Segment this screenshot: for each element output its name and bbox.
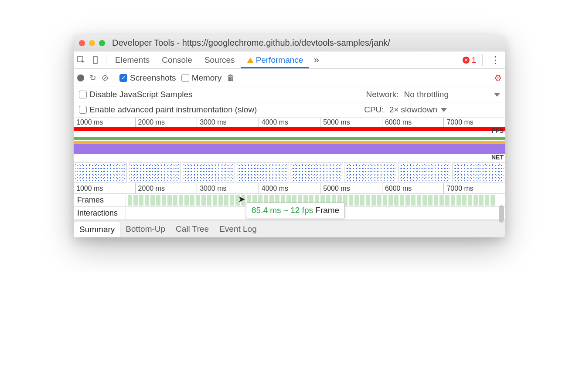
frame-bar[interactable] (241, 195, 245, 206)
frame-bar[interactable] (462, 195, 467, 206)
tab-bottom-up[interactable]: Bottom-Up (120, 222, 170, 237)
frame-bar[interactable] (490, 195, 495, 206)
frame-bar[interactable] (128, 195, 132, 206)
frame-bar[interactable] (405, 195, 410, 206)
frame-bar[interactable] (207, 195, 211, 206)
frame-bar[interactable] (445, 195, 450, 206)
minimize-icon[interactable] (89, 40, 95, 46)
frame-bar[interactable] (196, 195, 200, 206)
frame-bar[interactable] (485, 195, 489, 206)
network-dropdown[interactable]: No throttling (404, 90, 449, 99)
scrollbar-thumb[interactable] (499, 205, 504, 223)
frame-bar[interactable] (411, 195, 416, 206)
tab-sources[interactable]: Sources (198, 51, 241, 68)
frame-bar[interactable] (428, 195, 433, 206)
thumbnail[interactable] (290, 162, 343, 182)
device-icon[interactable] (89, 56, 103, 64)
timeline-overview[interactable]: 1000 ms 2000 ms 3000 ms 4000 ms 5000 ms … (74, 118, 505, 183)
screenshots-toggle[interactable]: ✓ Screenshots (119, 73, 176, 83)
thumbnail[interactable] (236, 162, 289, 182)
kebab-menu-icon[interactable]: ⋮ (485, 54, 505, 66)
frame-bar[interactable] (349, 195, 353, 206)
error-count[interactable]: ✕ 1 (463, 55, 476, 65)
detail-ruler[interactable]: 1000 ms 2000 ms 3000 ms 4000 ms 5000 ms … (74, 183, 505, 194)
record-button[interactable] (77, 74, 84, 81)
frame-bar[interactable] (162, 195, 166, 206)
ruler-tick: 3000 ms (197, 118, 259, 127)
frame-bar[interactable] (133, 195, 138, 206)
frame-bar[interactable] (184, 195, 189, 206)
frame-bar[interactable] (439, 195, 444, 206)
frame-bar[interactable] (456, 195, 461, 206)
tab-call-tree[interactable]: Call Tree (170, 222, 214, 237)
reload-button[interactable]: ↻ (89, 73, 96, 83)
thumbnail[interactable] (344, 162, 397, 182)
detail-timeline[interactable]: 1000 ms 2000 ms 3000 ms 4000 ms 5000 ms … (74, 183, 505, 220)
frame-bar[interactable] (179, 195, 183, 206)
frame-tooltip: 85.4 ms ~ 12 fps Frame (246, 203, 345, 218)
thumbnail[interactable] (182, 162, 235, 182)
frame-bar[interactable] (479, 195, 484, 206)
frame-bar[interactable] (218, 195, 223, 206)
frame-bar[interactable] (366, 195, 370, 206)
tab-elements[interactable]: Elements (109, 51, 156, 68)
frame-bar[interactable] (224, 195, 228, 206)
inspect-icon[interactable] (74, 56, 89, 64)
frame-bar[interactable] (173, 195, 177, 206)
disable-js-toggle[interactable]: Disable JavaScript Samples (79, 90, 193, 99)
cpu-value: 2× slowdown (389, 105, 437, 115)
frame-bar[interactable] (213, 195, 217, 206)
clear-button[interactable]: ⊘ (102, 73, 109, 83)
thumbnail[interactable] (74, 162, 127, 182)
detail-tabs: Summary Bottom-Up Call Tree Event Log (74, 220, 505, 237)
perf-toolbar: ↻ ⊘ ✓ Screenshots Memory 🗑 ⚙ (74, 69, 505, 87)
frame-bar[interactable] (150, 195, 155, 206)
divider (106, 54, 106, 66)
frame-bar[interactable] (400, 195, 404, 206)
chevron-down-icon[interactable] (494, 93, 500, 97)
frame-bar[interactable] (468, 195, 472, 206)
frame-bar[interactable] (473, 195, 478, 206)
thumbnail[interactable] (452, 162, 505, 182)
frame-bar[interactable] (145, 195, 149, 206)
frame-bar[interactable] (190, 195, 194, 206)
frame-bar[interactable] (156, 195, 160, 206)
frame-bar[interactable] (201, 195, 206, 206)
tab-console[interactable]: Console (156, 51, 198, 68)
close-icon[interactable] (79, 40, 85, 46)
frame-bar[interactable] (422, 195, 427, 206)
frame-bar[interactable] (451, 195, 455, 206)
error-number: 1 (471, 55, 476, 65)
frame-bar[interactable] (417, 195, 421, 206)
cpu-dropdown[interactable]: 2× slowdown (389, 105, 447, 115)
panel-tabs: Elements Console Sources Performance » ✕… (74, 51, 505, 69)
frame-bar[interactable] (354, 195, 359, 206)
frame-bar[interactable] (371, 195, 376, 206)
frame-bar[interactable] (139, 195, 143, 206)
tab-performance[interactable]: Performance (241, 51, 310, 68)
frame-bar[interactable] (360, 195, 364, 206)
frame-bar[interactable] (230, 195, 234, 206)
trash-icon[interactable]: 🗑 (227, 73, 235, 83)
frame-bar[interactable] (383, 195, 387, 206)
frame-bar[interactable] (388, 195, 393, 206)
thumbnail[interactable] (398, 162, 451, 182)
tab-summary[interactable]: Summary (74, 222, 120, 237)
frame-bar[interactable] (394, 195, 398, 206)
tab-event-log[interactable]: Event Log (214, 222, 262, 237)
advanced-paint-toggle[interactable]: Enable advanced paint instrumentation (s… (79, 105, 257, 115)
frame-bar[interactable] (434, 195, 438, 206)
more-tabs[interactable]: » (309, 54, 323, 66)
tooltip-stat: 85.4 ms ~ 12 fps (252, 206, 313, 215)
fps-lane-label: FPS (490, 127, 505, 134)
frame-bar[interactable] (167, 195, 172, 206)
thumbnail[interactable] (128, 162, 181, 182)
memory-toggle[interactable]: Memory (181, 73, 222, 83)
zoom-icon[interactable] (99, 40, 105, 46)
overview-ruler[interactable]: 1000 ms 2000 ms 3000 ms 4000 ms 5000 ms … (74, 118, 505, 127)
frame-bar[interactable] (235, 195, 240, 206)
settings-gear-icon[interactable]: ⚙ (494, 73, 502, 83)
traffic-lights (79, 40, 105, 46)
frame-bar[interactable] (377, 195, 381, 206)
screenshot-thumbnails[interactable] (74, 162, 505, 183)
